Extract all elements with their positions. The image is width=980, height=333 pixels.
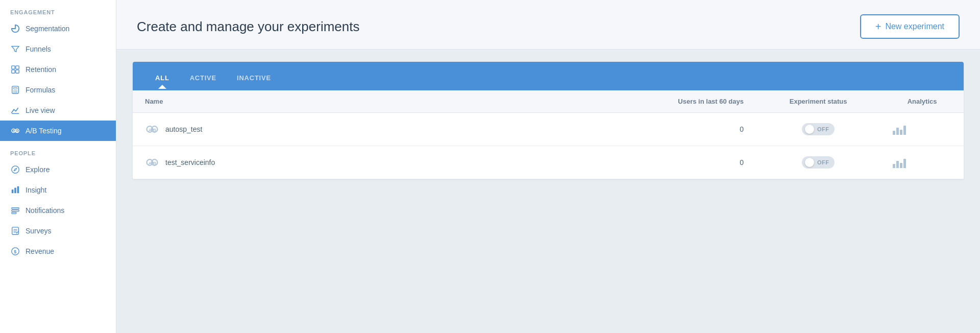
svg-point-9 (13, 92, 14, 93)
sidebar-item-notifications[interactable]: Notifications (0, 200, 116, 221)
svg-text:A: A (13, 129, 15, 133)
sidebar-item-explore[interactable]: Explore (0, 159, 116, 180)
sidebar-item-label: Insight (26, 186, 46, 194)
svg-rect-18 (12, 189, 14, 193)
sidebar-item-surveys[interactable]: Surveys (0, 221, 116, 241)
tabs-header: ALL ACTIVE INACTIVE (133, 62, 964, 90)
sidebar-item-label: Notifications (26, 206, 64, 215)
notifications-icon (10, 205, 20, 216)
sidebar-item-formulas[interactable]: Formulas (0, 80, 116, 100)
status-toggle-off[interactable]: OFF (802, 156, 835, 169)
svg-text:B: B (16, 129, 18, 133)
surveys-icon (10, 226, 20, 236)
engagement-section-label: ENGAGEMENT (0, 0, 116, 18)
sidebar-item-retention[interactable]: Retention (0, 59, 116, 80)
bar-1 (893, 131, 895, 135)
svg-rect-1 (16, 66, 19, 69)
status-cell: OFF (756, 146, 880, 179)
sidebar-item-abtesting[interactable]: A B A/B Testing (0, 121, 116, 141)
svg-rect-19 (14, 188, 16, 194)
sidebar-item-label: A/B Testing (26, 127, 62, 135)
tab-active[interactable]: ACTIVE (180, 66, 227, 90)
sidebar: ENGAGEMENT Segmentation Funnels (0, 0, 116, 333)
status-toggle-off[interactable]: OFF (802, 123, 835, 135)
svg-point-10 (15, 92, 16, 93)
sidebar-item-label: Retention (26, 65, 56, 74)
sidebar-item-segmentation[interactable]: Segmentation (0, 18, 116, 39)
new-experiment-button[interactable]: + New experiment (860, 14, 960, 39)
line-chart-icon (10, 105, 20, 115)
main-area: Create and manage your experiments + New… (116, 0, 980, 333)
col-analytics: Analytics (880, 90, 964, 113)
col-users: Users in last 60 days (590, 90, 756, 113)
analytics-cell (880, 113, 964, 146)
calculator-icon (10, 85, 20, 95)
main-content: ALL ACTIVE INACTIVE Name Users in last 6… (116, 50, 980, 333)
ab-testing-row-icon: A B (145, 155, 159, 170)
experiment-name-cell: A B autosp_test (133, 113, 590, 146)
svg-rect-5 (13, 88, 17, 89)
svg-rect-23 (12, 212, 16, 214)
experiment-name: test_serviceinfo (165, 158, 215, 167)
analytics-icon[interactable] (893, 157, 951, 168)
tab-all[interactable]: ALL (145, 66, 180, 90)
sidebar-item-label: Funnels (26, 45, 51, 53)
table-header-row: Name Users in last 60 days Experiment st… (133, 90, 964, 113)
bar-4 (903, 159, 906, 168)
sidebar-item-insight[interactable]: Insight (0, 180, 116, 200)
svg-text:A: A (148, 128, 152, 133)
bar-2 (896, 128, 899, 135)
experiment-name: autosp_test (165, 125, 202, 133)
toggle-label: OFF (817, 126, 829, 132)
sidebar-item-label: Surveys (26, 227, 52, 235)
pie-chart-icon (10, 23, 20, 34)
toggle-circle (805, 158, 814, 167)
analytics-cell (880, 146, 964, 179)
svg-point-8 (16, 90, 17, 91)
svg-text:A: A (148, 161, 152, 166)
svg-point-7 (15, 90, 16, 91)
plus-icon: + (875, 21, 881, 32)
sidebar-item-funnels[interactable]: Funnels (0, 39, 116, 59)
col-name: Name (133, 90, 590, 113)
svg-rect-0 (12, 66, 15, 69)
bar-4 (903, 126, 906, 135)
funnel-icon (10, 44, 20, 54)
users-count: 0 (590, 146, 756, 179)
sidebar-item-label: Formulas (26, 86, 55, 94)
svg-point-6 (13, 90, 14, 91)
svg-rect-22 (12, 210, 19, 211)
bar-3 (900, 130, 902, 135)
svg-text:$: $ (14, 249, 16, 254)
experiments-table: Name Users in last 60 days Experiment st… (133, 90, 964, 179)
sidebar-item-label: Segmentation (26, 25, 69, 33)
status-cell: OFF (756, 113, 880, 146)
svg-rect-21 (12, 208, 19, 209)
bar-1 (893, 164, 895, 168)
svg-rect-3 (16, 70, 19, 73)
new-experiment-label: New experiment (885, 22, 944, 31)
people-section-label: PEOPLE (0, 141, 116, 159)
page-title: Create and manage your experiments (137, 19, 359, 35)
bar-chart-icon (10, 185, 20, 195)
analytics-icon[interactable] (893, 124, 951, 135)
experiment-name-cell: A B test_serviceinfo (133, 146, 590, 179)
sidebar-item-label: Live view (26, 106, 55, 114)
table-row: A B autosp_test 0 OFF (133, 113, 964, 146)
tab-inactive-label: INACTIVE (237, 74, 271, 82)
svg-text:B: B (153, 161, 156, 166)
bar-3 (900, 163, 902, 168)
svg-rect-20 (17, 186, 19, 194)
ab-testing-row-icon: A B (145, 122, 159, 136)
svg-rect-2 (12, 70, 15, 73)
sidebar-item-revenue[interactable]: $ Revenue (0, 241, 116, 261)
tab-inactive[interactable]: INACTIVE (227, 66, 281, 90)
toggle-label: OFF (817, 159, 829, 165)
sidebar-item-label: Explore (26, 165, 50, 174)
svg-point-11 (16, 92, 17, 93)
sidebar-item-liveview[interactable]: Live view (0, 100, 116, 121)
grid-icon (10, 64, 20, 75)
experiment-card: ALL ACTIVE INACTIVE Name Users in last 6… (133, 62, 964, 179)
main-header: Create and manage your experiments + New… (116, 0, 980, 50)
toggle-circle (805, 125, 814, 134)
